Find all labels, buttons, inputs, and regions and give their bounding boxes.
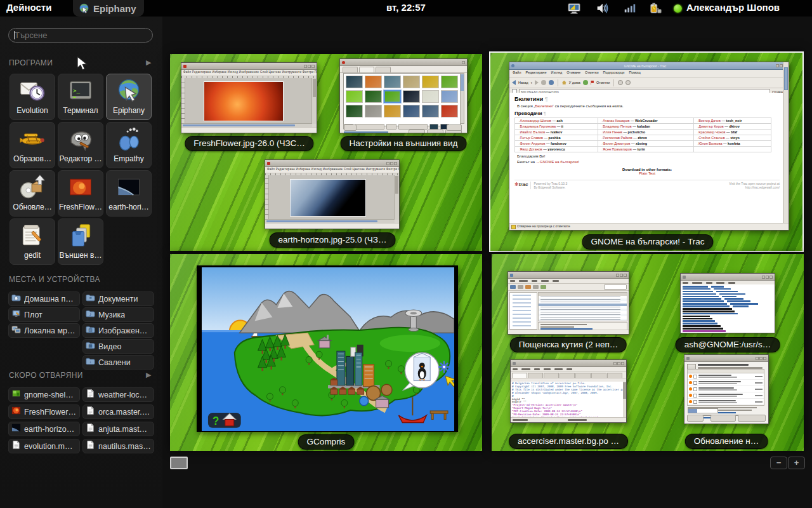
window-appearance-preferences[interactable]: [339, 58, 468, 133]
wallpaper-thumb[interactable]: [346, 105, 363, 117]
wallpaper-thumb[interactable]: [422, 90, 439, 103]
help-button[interactable]: [344, 124, 357, 131]
bookmarks-icon[interactable]: [591, 81, 594, 85]
update-row[interactable]: [688, 386, 764, 392]
app-tile[interactable]: Образов…: [10, 122, 55, 168]
window-gcompris[interactable]: ?: [197, 265, 458, 432]
updates-list[interactable]: [687, 369, 764, 406]
wallpaper-thumb[interactable]: [346, 76, 363, 88]
window-terminal[interactable]: [680, 273, 775, 333]
document-tabs[interactable]: [511, 372, 626, 378]
display-icon[interactable]: [567, 1, 581, 15]
reload-icon[interactable]: [549, 80, 554, 85]
wallpaper-thumb[interactable]: [422, 76, 439, 88]
menu-item[interactable]: Редактиране: [526, 70, 547, 77]
menu-item[interactable]: Отметки: [585, 70, 598, 77]
search-input[interactable]: [8, 28, 153, 43]
v-scrollbar[interactable]: [311, 78, 317, 124]
wallpaper-thumb[interactable]: [441, 90, 458, 103]
wallpaper-thumb[interactable]: [441, 76, 458, 88]
v-scrollbar[interactable]: [783, 62, 789, 230]
network-signal-icon[interactable]: [623, 1, 637, 15]
checkbox[interactable]: [693, 394, 697, 398]
app-tile[interactable]: >_Терминал: [58, 74, 103, 120]
workspace-3[interactable]: ? GCompris: [170, 254, 482, 451]
window-epiphany-trac[interactable]: GNOME на български! - Trac ФайлРедактира…: [509, 62, 789, 231]
wallpaper-thumb[interactable]: [403, 76, 420, 88]
wallpaper-thumb[interactable]: [384, 105, 401, 117]
search-box[interactable]: [8, 28, 153, 43]
checkbox[interactable]: [693, 375, 697, 378]
wallpaper-thumb[interactable]: [384, 76, 401, 88]
workspace-indicator[interactable]: [170, 457, 188, 469]
plain-text-link[interactable]: Plain Text: [514, 171, 780, 175]
update-row[interactable]: [688, 399, 764, 405]
place-item[interactable]: ↓Свалени: [82, 355, 154, 370]
stop-icon[interactable]: [541, 80, 546, 85]
recent-item[interactable]: weather-loc…: [82, 387, 154, 402]
zoom-out-icon[interactable]: [625, 80, 631, 85]
get-more-backgrounds-link[interactable]: [344, 131, 388, 133]
workspace-2-active[interactable]: GNOME на български! - Trac ФайлРедактира…: [489, 51, 804, 252]
menu-item[interactable]: Помощ: [629, 70, 640, 77]
wallpaper-thumb[interactable]: [365, 105, 382, 117]
workspace-4[interactable]: # Bulgarian translation of accerciser po…: [492, 254, 804, 451]
volume-icon[interactable]: [595, 1, 609, 15]
wallpaper-thumb[interactable]: [403, 105, 420, 117]
workspace-1[interactable]: Файл Редактиране Избиране Изглед Изображ…: [170, 54, 482, 251]
recent-item[interactable]: earth-horizo…: [8, 422, 80, 436]
app-tile[interactable]: Обновле…: [10, 170, 55, 217]
wallpaper-thumb[interactable]: [441, 105, 458, 117]
remove-workspace-button[interactable]: −: [770, 457, 787, 469]
recent-item[interactable]: evolution.m…: [8, 439, 80, 453]
app-tile[interactable]: Empathy: [106, 122, 152, 168]
tabs[interactable]: [340, 66, 467, 73]
app-tile[interactable]: Evolution: [10, 74, 55, 120]
v-scrollbar[interactable]: [623, 382, 626, 418]
zoom-in-icon[interactable]: [618, 80, 623, 85]
wallpaper-grid[interactable]: [343, 73, 461, 126]
v-scrollbar[interactable]: [460, 73, 464, 124]
app-tile[interactable]: Редактор …: [58, 122, 103, 168]
place-item[interactable]: ♪Музика: [82, 307, 154, 322]
app-tile[interactable]: gedit: [10, 218, 55, 265]
close-button[interactable]: [447, 124, 462, 131]
window-software-update[interactable]: [684, 354, 769, 424]
recent-item[interactable]: anjuta.mast…: [82, 422, 154, 436]
battery-icon[interactable]: [648, 1, 662, 15]
app-tile[interactable]: FreshFlow…: [58, 170, 103, 217]
place-item[interactable]: ▦Видео: [82, 339, 154, 354]
menu-item[interactable]: Файл: [513, 70, 521, 77]
team-link[interactable]: →GNOME на български!: [536, 160, 580, 164]
wallpaper-thumb[interactable]: [384, 90, 401, 103]
window-gimp-earth-horizon[interactable]: Файл Редактиране Избиране Изглед Изображ…: [265, 159, 400, 229]
window-gedit-po-file[interactable]: # Bulgarian translation of accerciser po…: [510, 359, 627, 423]
recent-item[interactable]: orca.master.…: [82, 404, 154, 419]
dialog-buttons[interactable]: [687, 415, 766, 422]
place-item[interactable]: Плот: [8, 307, 80, 322]
forward-icon[interactable]: [535, 80, 539, 85]
programs-expander-icon[interactable]: ▶: [146, 58, 151, 67]
add-workspace-button[interactable]: +: [788, 457, 805, 469]
wallpaper-thumb[interactable]: [346, 90, 363, 103]
back-icon[interactable]: [512, 80, 516, 85]
wallpaper-thumb[interactable]: [365, 90, 382, 103]
style-combos[interactable]: [343, 124, 461, 130]
recent-item[interactable]: gnome-shel…: [8, 387, 80, 402]
update-row[interactable]: [688, 392, 764, 399]
browser-menubar[interactable]: ФайлРедактиранеИзгледОтиванеОтметкиПодпр…: [509, 70, 789, 77]
update-row[interactable]: [688, 380, 764, 386]
checkbox[interactable]: [693, 381, 697, 385]
home-icon[interactable]: [562, 81, 566, 84]
app-tile[interactable]: Epiphany: [106, 74, 152, 120]
place-item[interactable]: Локална мр…: [8, 323, 80, 338]
app-tile[interactable]: Външен в…: [58, 218, 103, 265]
app-tile[interactable]: earth-hori…: [106, 170, 152, 217]
browser-toolbar[interactable]: Назад▾ У дома Отметки: [509, 77, 789, 88]
bulletin-link[interactable]: Бюлетини: [535, 104, 553, 108]
place-item[interactable]: ▨Изображен…: [82, 323, 154, 338]
wallpaper-thumb[interactable]: [403, 90, 420, 103]
place-item[interactable]: ≡Документи: [82, 291, 154, 306]
user-menu[interactable]: Александър Шопов: [686, 2, 780, 13]
wallpaper-thumb[interactable]: [365, 76, 382, 88]
